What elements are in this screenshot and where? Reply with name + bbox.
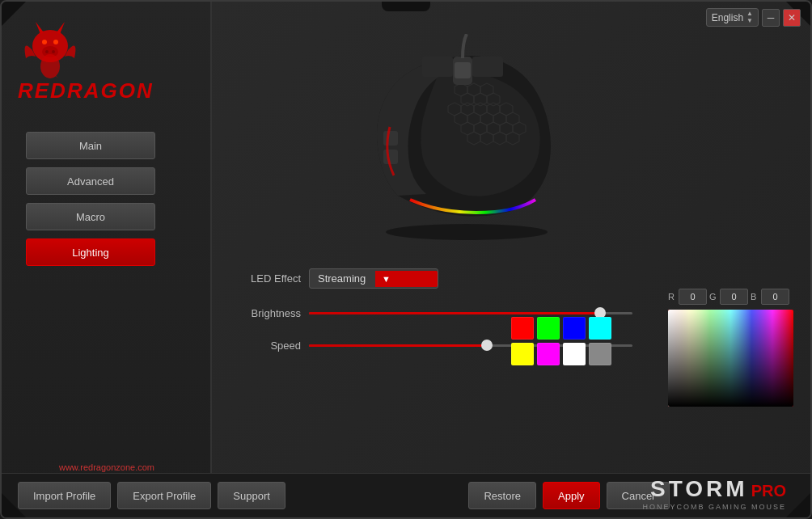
r-label: R	[668, 292, 676, 302]
color-swatch-7[interactable]	[589, 343, 611, 365]
svg-rect-37	[422, 57, 453, 77]
led-effect-value: Streaming	[310, 269, 375, 288]
apply-button[interactable]: Apply	[543, 482, 600, 509]
rgb-area: R G B	[668, 289, 797, 407]
nav-macro[interactable]: Macro	[26, 203, 155, 230]
svg-point-8	[40, 54, 60, 78]
svg-point-3	[42, 40, 47, 44]
nav-lighting[interactable]: Lighting	[26, 238, 155, 266]
svg-rect-36	[455, 62, 471, 78]
title-bar: English ▲ ▼ ─ ✕	[696, 2, 810, 33]
dragon-icon	[18, 18, 82, 82]
nav-menu: Main Advanced Macro Lighting	[2, 116, 210, 282]
minimize-button[interactable]: ─	[762, 9, 780, 27]
led-effect-dropdown-arrow[interactable]: ▼	[375, 271, 438, 287]
storm-title: STORMPRO	[642, 476, 786, 502]
led-effect-dropdown[interactable]: Streaming ▼	[309, 268, 438, 289]
storm-subtitle: HONEYCOMB GAMING MOUSE	[642, 503, 786, 511]
g-label: G	[709, 292, 717, 302]
language-arrows[interactable]: ▲ ▼	[746, 11, 753, 24]
nav-advanced[interactable]: Advanced	[26, 167, 155, 195]
led-effect-label: LED Effect	[228, 272, 301, 285]
language-selector[interactable]: English ▲ ▼	[706, 8, 759, 27]
brightness-fill	[309, 312, 600, 314]
svg-point-4	[53, 40, 58, 44]
website-link[interactable]: www.redragonzone.com	[2, 462, 212, 472]
b-input[interactable]	[761, 289, 789, 305]
svg-point-7	[52, 50, 55, 53]
mouse-illustration	[317, 34, 608, 244]
lang-up-arrow[interactable]: ▲	[746, 11, 753, 17]
svg-point-9	[386, 224, 548, 240]
restore-button[interactable]: Restore	[468, 482, 536, 509]
color-palette	[511, 317, 611, 365]
color-swatch-1[interactable]	[537, 317, 560, 340]
storm-logo: STORMPRO HONEYCOMB GAMING MOUSE	[642, 476, 786, 511]
r-input[interactable]	[679, 289, 707, 305]
color-swatch-3[interactable]	[589, 317, 611, 340]
speed-thumb[interactable]	[481, 340, 493, 351]
color-picker[interactable]	[668, 310, 793, 407]
svg-marker-1	[36, 22, 44, 34]
brightness-label: Brightness	[228, 307, 301, 319]
b-label: B	[751, 292, 759, 302]
logo-area: REDRAGON	[2, 2, 210, 116]
brand-name: REDRAGON	[18, 78, 154, 103]
nav-main[interactable]: Main	[26, 132, 155, 159]
color-swatch-0[interactable]	[511, 317, 534, 340]
color-swatch-5[interactable]	[537, 343, 560, 365]
led-effect-row: LED Effect Streaming ▼	[228, 268, 632, 289]
color-picker-brightness	[668, 310, 793, 407]
lang-down-arrow[interactable]: ▼	[746, 18, 753, 24]
close-button[interactable]: ✕	[783, 9, 801, 27]
rgb-inputs: R G B	[668, 289, 797, 305]
mouse-image-area	[277, 26, 649, 252]
support-button[interactable]: Support	[218, 482, 285, 509]
svg-rect-38	[472, 57, 503, 77]
export-profile-button[interactable]: Export Profile	[117, 482, 211, 509]
svg-marker-2	[57, 22, 65, 34]
color-swatch-4[interactable]	[511, 343, 534, 365]
color-swatch-2[interactable]	[563, 317, 586, 340]
svg-point-6	[45, 50, 49, 53]
speed-label: Speed	[228, 340, 301, 352]
import-profile-button[interactable]: Import Profile	[18, 482, 111, 509]
top-notch-decoration	[382, 2, 430, 11]
main-content: LED Effect Streaming ▼ Brightness Speed	[212, 2, 812, 519]
speed-fill	[309, 344, 487, 347]
svg-rect-40	[383, 150, 398, 164]
app-window: English ▲ ▼ ─ ✕	[0, 0, 812, 519]
color-swatch-6[interactable]	[563, 343, 586, 365]
sidebar: REDRAGON Main Advanced Macro Lighting ww…	[2, 2, 212, 519]
g-input[interactable]	[720, 289, 748, 305]
brightness-track	[309, 312, 632, 314]
language-value: English	[712, 12, 743, 23]
svg-rect-39	[383, 131, 398, 146]
